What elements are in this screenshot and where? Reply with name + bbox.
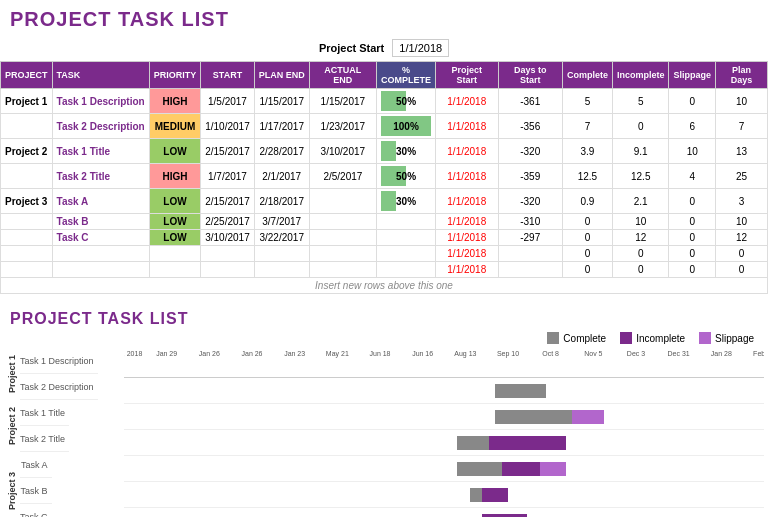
cell-priority: MEDIUM — [149, 114, 201, 139]
cell-priority: HIGH — [149, 89, 201, 114]
cell-start — [201, 246, 255, 262]
cell-complete-val: 3.9 — [562, 139, 612, 164]
axis-label: Dec 31 — [668, 350, 690, 357]
col-plan-end: PLAN END — [254, 62, 309, 89]
insert-row: Insert new rows above this one — [1, 278, 768, 294]
chart-project-group: Project 1Task 1 DescriptionTask 2 Descri… — [4, 348, 124, 400]
gantt-row — [124, 430, 764, 456]
gantt-bar-slippage — [572, 410, 604, 424]
cell-complete-val: 12.5 — [562, 164, 612, 189]
table-row: Task CLOW3/10/20173/22/20171/1/2018-2970… — [1, 230, 768, 246]
gantt-bar-complete — [495, 410, 572, 424]
cell-plan-days: 25 — [716, 164, 768, 189]
gantt-rows — [124, 378, 764, 517]
cell-complete-val: 0 — [562, 230, 612, 246]
cell-slippage: 0 — [669, 262, 716, 278]
cell-plan-end: 2/18/2017 — [254, 189, 309, 214]
cell-actual-end — [309, 246, 376, 262]
cell-complete-val: 7 — [562, 114, 612, 139]
chart-legend: CompleteIncompleteSlippage — [4, 332, 764, 344]
cell-incomplete-val: 9.1 — [612, 139, 669, 164]
cell-actual-end: 1/23/2017 — [309, 114, 376, 139]
cell-priority — [149, 262, 201, 278]
table-row: Project 2Task 1 TitleLOW2/15/20172/28/20… — [1, 139, 768, 164]
cell-days-to-start: -320 — [498, 139, 562, 164]
cell-complete-pct: 50% — [377, 89, 436, 114]
table-body: Project 1Task 1 DescriptionHIGH1/5/20171… — [1, 89, 768, 294]
cell-task: Task 2 Title — [52, 164, 149, 189]
cell-incomplete-val: 12 — [612, 230, 669, 246]
cell-plan-days: 0 — [716, 262, 768, 278]
table-header-row: PROJECT TASK PRIORITY START PLAN END ACT… — [1, 62, 768, 89]
table-row: 1/1/20180000 — [1, 262, 768, 278]
gantt-bar-incomplete — [482, 488, 508, 502]
cell-plan-end: 3/22/2017 — [254, 230, 309, 246]
cell-days-to-start: -356 — [498, 114, 562, 139]
cell-complete-pct: 30% — [377, 189, 436, 214]
legend-label: Complete — [563, 333, 606, 344]
cell-start: 1/10/2017 — [201, 114, 255, 139]
cell-days-to-start: -310 — [498, 214, 562, 230]
axis-label: Feb 25 — [753, 350, 764, 357]
cell-plan-days: 12 — [716, 230, 768, 246]
cell-project — [1, 164, 53, 189]
cell-slippage: 6 — [669, 114, 716, 139]
cell-complete-pct: 100% — [377, 114, 436, 139]
col-start: START — [201, 62, 255, 89]
cell-days-to-start — [498, 246, 562, 262]
cell-plan-days: 0 — [716, 246, 768, 262]
cell-task: Task C — [52, 230, 149, 246]
cell-plan-end: 3/7/2017 — [254, 214, 309, 230]
cell-slippage: 10 — [669, 139, 716, 164]
gantt-bar-complete — [457, 436, 489, 450]
gantt-bar-incomplete — [489, 436, 566, 450]
cell-slippage: 0 — [669, 89, 716, 114]
cell-slippage: 0 — [669, 246, 716, 262]
cell-days-to-start: -320 — [498, 189, 562, 214]
cell-actual-end — [309, 230, 376, 246]
cell-project-start: 1/1/2018 — [436, 246, 498, 262]
cell-actual-end — [309, 262, 376, 278]
cell-actual-end — [309, 214, 376, 230]
cell-slippage: 0 — [669, 189, 716, 214]
chart-task-label: Task 2 Description — [20, 374, 98, 400]
chart-task-labels: Task 1 TitleTask 2 Title — [20, 400, 69, 452]
cell-project-start: 1/1/2018 — [436, 114, 498, 139]
chart-task-labels: Task 1 DescriptionTask 2 Description — [20, 348, 98, 400]
cell-actual-end: 2/5/2017 — [309, 164, 376, 189]
legend-label: Slippage — [715, 333, 754, 344]
table-row: Task BLOW2/25/20173/7/20171/1/2018-31001… — [1, 214, 768, 230]
cell-task: Task B — [52, 214, 149, 230]
chart-task-label: Task 1 Description — [20, 348, 98, 374]
col-incomplete-val: Incomplete — [612, 62, 669, 89]
chart-task-label: Task B — [20, 478, 52, 504]
cell-start: 1/5/2017 — [201, 89, 255, 114]
cell-start — [201, 262, 255, 278]
table-row: Task 2 TitleHIGH1/7/20172/1/20172/5/2017… — [1, 164, 768, 189]
cell-plan-end: 1/17/2017 — [254, 114, 309, 139]
legend-color-box — [547, 332, 559, 344]
col-slippage: Slippage — [669, 62, 716, 89]
cell-plan-end: 2/28/2017 — [254, 139, 309, 164]
col-priority: PRIORITY — [149, 62, 201, 89]
gantt-row — [124, 508, 764, 517]
cell-plan-end: 1/15/2017 — [254, 89, 309, 114]
cell-complete-val: 0.9 — [562, 189, 612, 214]
gantt-row — [124, 456, 764, 482]
axis-row: Jan 1, 2018Jan 29Jan 26Jan 26Jan 23May 2… — [124, 348, 764, 378]
axis-label: Aug 13 — [454, 350, 476, 357]
axis-label: Dec 3 — [627, 350, 645, 357]
col-plan-days: Plan Days — [716, 62, 768, 89]
cell-start: 1/7/2017 — [201, 164, 255, 189]
chart-task-labels: Task ATask BTask C — [20, 452, 52, 517]
legend-color-box — [699, 332, 711, 344]
cell-incomplete-val: 10 — [612, 214, 669, 230]
legend-color-box — [620, 332, 632, 344]
gantt-row — [124, 378, 764, 404]
cell-project-start: 1/1/2018 — [436, 214, 498, 230]
cell-complete-val: 0 — [562, 262, 612, 278]
gantt-bar-complete — [470, 488, 483, 502]
axis-label: Nov 5 — [584, 350, 602, 357]
cell-project — [1, 230, 53, 246]
cell-project-start: 1/1/2018 — [436, 230, 498, 246]
